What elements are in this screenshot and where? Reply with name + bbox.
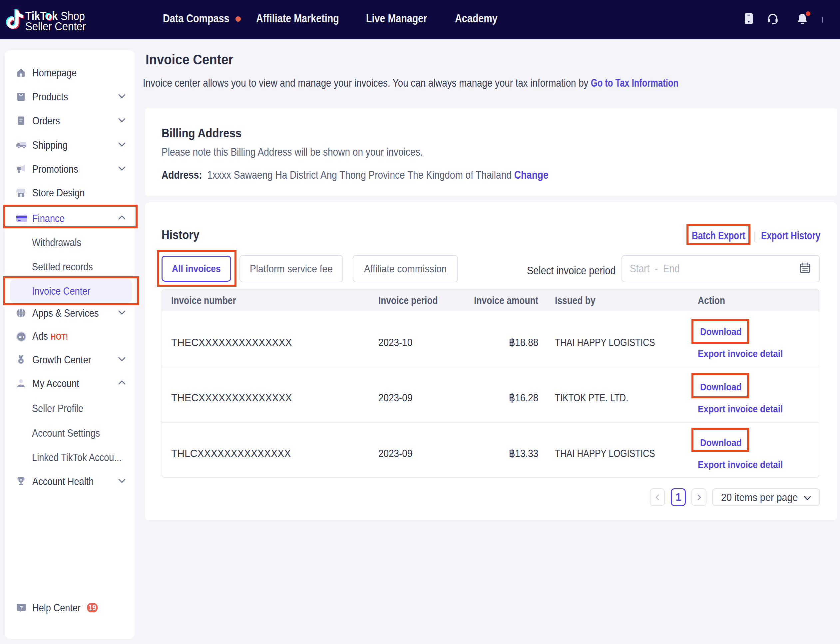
svg-text:AD: AD <box>19 335 24 339</box>
svg-text:?: ? <box>20 605 23 610</box>
